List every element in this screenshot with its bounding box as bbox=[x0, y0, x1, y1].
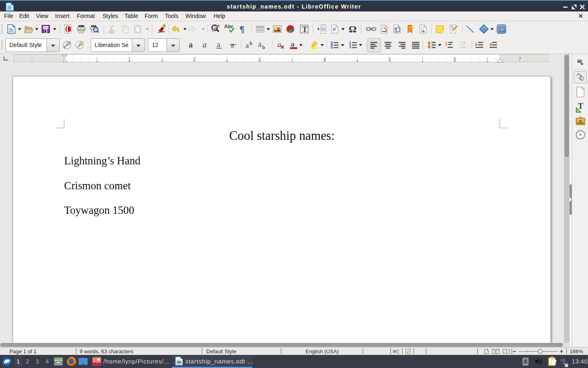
svg-text:b: b bbox=[249, 40, 252, 46]
svg-text:a: a bbox=[217, 40, 220, 49]
svg-text:¶: ¶ bbox=[239, 24, 245, 34]
svg-text:b: b bbox=[262, 44, 265, 50]
svg-text:Ω: Ω bbox=[349, 24, 356, 34]
svg-text:a: a bbox=[277, 40, 281, 49]
svg-text:T: T bbox=[302, 25, 307, 34]
svg-text:a: a bbox=[245, 41, 249, 49]
svg-text:a: a bbox=[203, 40, 207, 49]
svg-text:Abc: Abc bbox=[224, 24, 234, 29]
svg-text:#: # bbox=[333, 26, 336, 32]
svg-text:a: a bbox=[258, 40, 262, 48]
svg-text:3: 3 bbox=[349, 45, 351, 49]
svg-text:T: T bbox=[578, 102, 584, 110]
svg-text:a: a bbox=[291, 40, 294, 48]
svg-text:a: a bbox=[189, 40, 193, 49]
